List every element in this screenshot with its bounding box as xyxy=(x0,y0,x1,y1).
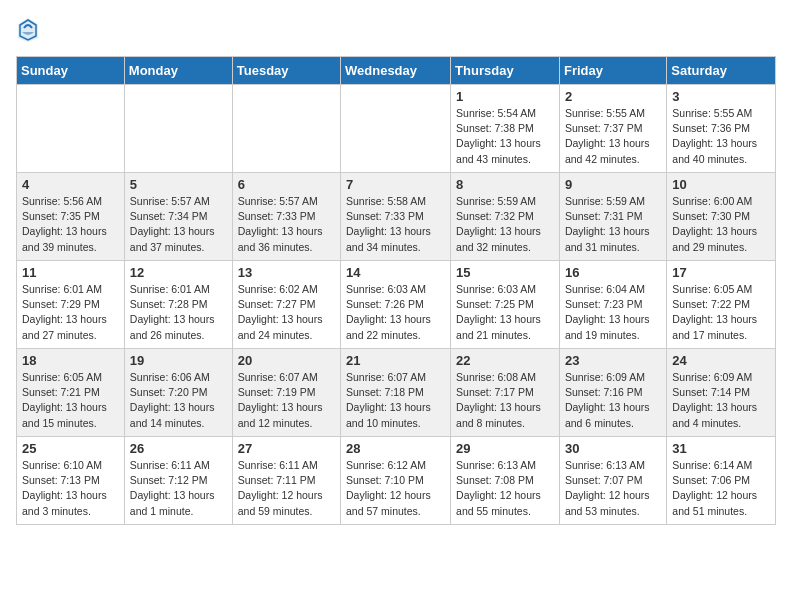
day-detail: Sunrise: 6:08 AM Sunset: 7:17 PM Dayligh… xyxy=(456,370,554,431)
day-number: 19 xyxy=(130,353,227,368)
day-number: 26 xyxy=(130,441,227,456)
calendar-cell: 4Sunrise: 5:56 AM Sunset: 7:35 PM Daylig… xyxy=(17,173,125,261)
column-header-monday: Monday xyxy=(124,57,232,85)
logo xyxy=(16,16,44,44)
day-number: 8 xyxy=(456,177,554,192)
calendar-cell: 16Sunrise: 6:04 AM Sunset: 7:23 PM Dayli… xyxy=(559,261,666,349)
calendar-cell: 31Sunrise: 6:14 AM Sunset: 7:06 PM Dayli… xyxy=(667,437,776,525)
column-header-friday: Friday xyxy=(559,57,666,85)
calendar-cell: 29Sunrise: 6:13 AM Sunset: 7:08 PM Dayli… xyxy=(451,437,560,525)
day-number: 17 xyxy=(672,265,770,280)
day-detail: Sunrise: 6:12 AM Sunset: 7:10 PM Dayligh… xyxy=(346,458,445,519)
day-detail: Sunrise: 5:59 AM Sunset: 7:31 PM Dayligh… xyxy=(565,194,661,255)
calendar-week-row: 11Sunrise: 6:01 AM Sunset: 7:29 PM Dayli… xyxy=(17,261,776,349)
calendar-cell: 5Sunrise: 5:57 AM Sunset: 7:34 PM Daylig… xyxy=(124,173,232,261)
day-detail: Sunrise: 6:09 AM Sunset: 7:16 PM Dayligh… xyxy=(565,370,661,431)
column-header-wednesday: Wednesday xyxy=(341,57,451,85)
calendar-cell xyxy=(341,85,451,173)
day-detail: Sunrise: 6:07 AM Sunset: 7:18 PM Dayligh… xyxy=(346,370,445,431)
calendar-cell: 8Sunrise: 5:59 AM Sunset: 7:32 PM Daylig… xyxy=(451,173,560,261)
day-detail: Sunrise: 6:03 AM Sunset: 7:25 PM Dayligh… xyxy=(456,282,554,343)
day-number: 16 xyxy=(565,265,661,280)
calendar-cell: 11Sunrise: 6:01 AM Sunset: 7:29 PM Dayli… xyxy=(17,261,125,349)
column-header-tuesday: Tuesday xyxy=(232,57,340,85)
svg-marker-0 xyxy=(18,18,38,42)
day-number: 20 xyxy=(238,353,335,368)
day-number: 15 xyxy=(456,265,554,280)
calendar-week-row: 4Sunrise: 5:56 AM Sunset: 7:35 PM Daylig… xyxy=(17,173,776,261)
calendar-cell: 3Sunrise: 5:55 AM Sunset: 7:36 PM Daylig… xyxy=(667,85,776,173)
calendar-cell: 19Sunrise: 6:06 AM Sunset: 7:20 PM Dayli… xyxy=(124,349,232,437)
calendar-cell: 25Sunrise: 6:10 AM Sunset: 7:13 PM Dayli… xyxy=(17,437,125,525)
calendar-cell xyxy=(232,85,340,173)
calendar-cell: 13Sunrise: 6:02 AM Sunset: 7:27 PM Dayli… xyxy=(232,261,340,349)
day-number: 24 xyxy=(672,353,770,368)
calendar-cell: 17Sunrise: 6:05 AM Sunset: 7:22 PM Dayli… xyxy=(667,261,776,349)
calendar-header-row: SundayMondayTuesdayWednesdayThursdayFrid… xyxy=(17,57,776,85)
day-detail: Sunrise: 6:10 AM Sunset: 7:13 PM Dayligh… xyxy=(22,458,119,519)
day-number: 4 xyxy=(22,177,119,192)
calendar-cell xyxy=(124,85,232,173)
day-detail: Sunrise: 6:05 AM Sunset: 7:22 PM Dayligh… xyxy=(672,282,770,343)
day-detail: Sunrise: 6:04 AM Sunset: 7:23 PM Dayligh… xyxy=(565,282,661,343)
calendar-cell: 28Sunrise: 6:12 AM Sunset: 7:10 PM Dayli… xyxy=(341,437,451,525)
page-header xyxy=(16,16,776,44)
day-number: 9 xyxy=(565,177,661,192)
day-detail: Sunrise: 6:03 AM Sunset: 7:26 PM Dayligh… xyxy=(346,282,445,343)
calendar-cell: 26Sunrise: 6:11 AM Sunset: 7:12 PM Dayli… xyxy=(124,437,232,525)
day-detail: Sunrise: 6:11 AM Sunset: 7:11 PM Dayligh… xyxy=(238,458,335,519)
calendar-cell: 1Sunrise: 5:54 AM Sunset: 7:38 PM Daylig… xyxy=(451,85,560,173)
calendar-week-row: 1Sunrise: 5:54 AM Sunset: 7:38 PM Daylig… xyxy=(17,85,776,173)
day-detail: Sunrise: 5:55 AM Sunset: 7:36 PM Dayligh… xyxy=(672,106,770,167)
calendar-cell: 24Sunrise: 6:09 AM Sunset: 7:14 PM Dayli… xyxy=(667,349,776,437)
day-detail: Sunrise: 5:57 AM Sunset: 7:34 PM Dayligh… xyxy=(130,194,227,255)
calendar-cell: 30Sunrise: 6:13 AM Sunset: 7:07 PM Dayli… xyxy=(559,437,666,525)
day-detail: Sunrise: 6:05 AM Sunset: 7:21 PM Dayligh… xyxy=(22,370,119,431)
day-number: 29 xyxy=(456,441,554,456)
day-detail: Sunrise: 6:01 AM Sunset: 7:29 PM Dayligh… xyxy=(22,282,119,343)
calendar-cell: 9Sunrise: 5:59 AM Sunset: 7:31 PM Daylig… xyxy=(559,173,666,261)
calendar-cell: 27Sunrise: 6:11 AM Sunset: 7:11 PM Dayli… xyxy=(232,437,340,525)
day-detail: Sunrise: 6:09 AM Sunset: 7:14 PM Dayligh… xyxy=(672,370,770,431)
calendar-week-row: 25Sunrise: 6:10 AM Sunset: 7:13 PM Dayli… xyxy=(17,437,776,525)
calendar-cell xyxy=(17,85,125,173)
day-number: 31 xyxy=(672,441,770,456)
day-detail: Sunrise: 5:55 AM Sunset: 7:37 PM Dayligh… xyxy=(565,106,661,167)
column-header-saturday: Saturday xyxy=(667,57,776,85)
day-number: 10 xyxy=(672,177,770,192)
calendar-cell: 23Sunrise: 6:09 AM Sunset: 7:16 PM Dayli… xyxy=(559,349,666,437)
day-number: 28 xyxy=(346,441,445,456)
day-detail: Sunrise: 6:06 AM Sunset: 7:20 PM Dayligh… xyxy=(130,370,227,431)
logo-icon xyxy=(16,16,40,44)
calendar-cell: 22Sunrise: 6:08 AM Sunset: 7:17 PM Dayli… xyxy=(451,349,560,437)
calendar-cell: 18Sunrise: 6:05 AM Sunset: 7:21 PM Dayli… xyxy=(17,349,125,437)
calendar-cell: 15Sunrise: 6:03 AM Sunset: 7:25 PM Dayli… xyxy=(451,261,560,349)
day-number: 23 xyxy=(565,353,661,368)
day-number: 3 xyxy=(672,89,770,104)
day-number: 25 xyxy=(22,441,119,456)
day-number: 13 xyxy=(238,265,335,280)
calendar-cell: 21Sunrise: 6:07 AM Sunset: 7:18 PM Dayli… xyxy=(341,349,451,437)
day-detail: Sunrise: 6:11 AM Sunset: 7:12 PM Dayligh… xyxy=(130,458,227,519)
calendar-cell: 7Sunrise: 5:58 AM Sunset: 7:33 PM Daylig… xyxy=(341,173,451,261)
day-number: 18 xyxy=(22,353,119,368)
day-number: 12 xyxy=(130,265,227,280)
day-detail: Sunrise: 6:13 AM Sunset: 7:08 PM Dayligh… xyxy=(456,458,554,519)
calendar-table: SundayMondayTuesdayWednesdayThursdayFrid… xyxy=(16,56,776,525)
calendar-cell: 20Sunrise: 6:07 AM Sunset: 7:19 PM Dayli… xyxy=(232,349,340,437)
day-number: 5 xyxy=(130,177,227,192)
day-detail: Sunrise: 6:07 AM Sunset: 7:19 PM Dayligh… xyxy=(238,370,335,431)
day-detail: Sunrise: 5:58 AM Sunset: 7:33 PM Dayligh… xyxy=(346,194,445,255)
calendar-cell: 2Sunrise: 5:55 AM Sunset: 7:37 PM Daylig… xyxy=(559,85,666,173)
day-number: 6 xyxy=(238,177,335,192)
day-detail: Sunrise: 6:01 AM Sunset: 7:28 PM Dayligh… xyxy=(130,282,227,343)
day-number: 30 xyxy=(565,441,661,456)
day-detail: Sunrise: 5:56 AM Sunset: 7:35 PM Dayligh… xyxy=(22,194,119,255)
calendar-cell: 6Sunrise: 5:57 AM Sunset: 7:33 PM Daylig… xyxy=(232,173,340,261)
day-detail: Sunrise: 5:59 AM Sunset: 7:32 PM Dayligh… xyxy=(456,194,554,255)
calendar-cell: 10Sunrise: 6:00 AM Sunset: 7:30 PM Dayli… xyxy=(667,173,776,261)
day-number: 1 xyxy=(456,89,554,104)
calendar-cell: 12Sunrise: 6:01 AM Sunset: 7:28 PM Dayli… xyxy=(124,261,232,349)
day-detail: Sunrise: 6:13 AM Sunset: 7:07 PM Dayligh… xyxy=(565,458,661,519)
day-number: 7 xyxy=(346,177,445,192)
